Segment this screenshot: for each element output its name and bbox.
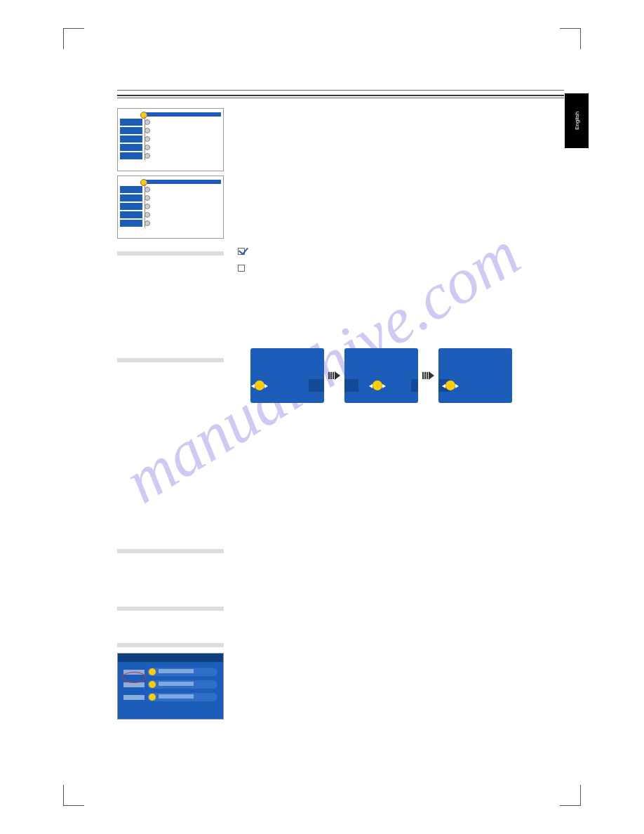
wizard-thumbnail — [117, 653, 224, 720]
right-column — [238, 108, 564, 720]
section-1-body — [238, 215, 564, 243]
arrow-right-icon — [422, 372, 434, 380]
body-paragraph-1 — [238, 154, 564, 211]
section-4-sidetext — [117, 616, 224, 630]
left-column — [117, 108, 224, 720]
diagram-screen-2 — [344, 348, 418, 403]
section-3-label — [117, 549, 224, 553]
checkbox-unchecked-icon — [238, 265, 245, 272]
section-3-sidetext — [117, 559, 224, 594]
option-unchecked — [238, 264, 564, 278]
diagram-after-paragraph — [238, 416, 564, 521]
option-checked — [238, 247, 564, 261]
diagram-screen-3 — [438, 348, 512, 403]
section-4-body — [238, 564, 564, 593]
section-5-body — [238, 597, 564, 653]
page-content — [117, 90, 564, 764]
crop-mark-tl — [63, 28, 84, 49]
section-2-body — [238, 295, 564, 323]
menu-thumbnail-2 — [117, 176, 224, 239]
menu-thumbnail-1 — [117, 108, 224, 171]
option-checked-text — [249, 247, 564, 261]
highlight-circle-icon — [122, 672, 146, 683]
crop-mark-br — [560, 785, 581, 806]
diagram-intro — [238, 327, 564, 336]
diagram-screen-1 — [250, 348, 324, 403]
language-tab: English — [565, 93, 589, 148]
option-unchecked-text — [249, 264, 564, 278]
section-2-label — [117, 358, 224, 362]
intro-paragraph — [238, 108, 564, 150]
section-5-label — [117, 643, 224, 647]
checkbox-checked-icon — [238, 248, 245, 255]
position-shift-diagram — [250, 348, 564, 403]
crop-mark-bl — [63, 785, 84, 806]
section-1-label — [117, 251, 224, 256]
arrow-right-icon — [328, 372, 340, 380]
section-3-body — [238, 525, 564, 560]
section-1-sidetext — [117, 261, 224, 345]
section-4-label — [117, 607, 224, 611]
section-2-sidetext — [117, 368, 224, 536]
crop-mark-tr — [560, 28, 581, 49]
